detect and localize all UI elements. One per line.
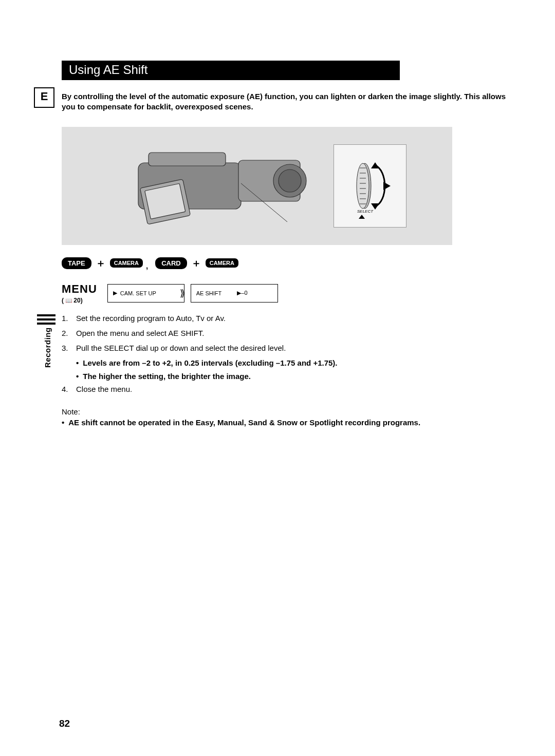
note-body: •AE shift cannot be operated in the Easy…: [62, 418, 514, 427]
menu-box-1: ▶ CAM. SET UP ⟫: [107, 284, 184, 303]
main-content: Using AE Shift By controlling the level …: [62, 61, 514, 427]
menu-row: MENU ( 20) ▶ CAM. SET UP ⟫ AE SHIFT ▶–0: [62, 282, 514, 304]
side-section-label: Recording: [43, 327, 52, 368]
language-badge: E: [34, 87, 54, 108]
page-number: 82: [59, 718, 70, 729]
svg-rect-7: [149, 153, 226, 166]
menu-ref: ( 20): [62, 297, 97, 304]
menu-box-2-value: –0: [241, 290, 247, 296]
camcorder-illustration: [107, 135, 323, 237]
menu-box-2: AE SHIFT ▶–0: [191, 284, 278, 303]
step-3: 3.Pull the SELECT dial up or down and se…: [62, 342, 514, 354]
svg-point-11: [357, 163, 369, 209]
step-3-bullets: •Levels are from –2 to +2, in 0.25 inter…: [76, 357, 514, 382]
left-column: E: [31, 87, 57, 108]
svg-marker-20: [371, 162, 379, 168]
manual-page: E Recording Using AE Shift By controllin…: [0, 0, 555, 756]
badge-card: CARD: [155, 257, 187, 269]
step-2: 2.Open the menu and select AE SHIFT.: [62, 327, 514, 339]
menu-ref-number: 20: [73, 297, 80, 304]
menu-box-1-text: CAM. SET UP: [120, 290, 156, 296]
select-dial-detail: SELECT: [334, 144, 406, 228]
step-3-bullet-2: The higher the setting, the brighter the…: [83, 370, 251, 382]
note-block: Note: •AE shift cannot be operated in th…: [62, 407, 514, 427]
svg-marker-22: [383, 182, 391, 190]
plus-icon: ＋: [191, 256, 201, 270]
svg-marker-23: [359, 215, 365, 219]
select-dial-label: SELECT: [357, 209, 374, 214]
step-4: 4.Close the menu.: [62, 383, 514, 395]
mode-row: TAPE ＋ CAMERA , CARD ＋ CAMERA: [62, 256, 514, 270]
badge-camera-1: CAMERA: [110, 258, 143, 268]
submenu-arrow-icon: ⟫: [180, 288, 185, 299]
menu-label: MENU: [62, 282, 97, 296]
intro-paragraph: By controlling the level of the automati…: [62, 91, 514, 112]
step-3-text: Pull the SELECT dial up or down and sele…: [76, 342, 286, 354]
svg-point-6: [279, 169, 301, 192]
badge-camera-2: CAMERA: [206, 258, 238, 268]
side-bars: [37, 314, 55, 325]
step-3-bullet-1: Levels are from –2 to +2, in 0.25 interv…: [83, 357, 337, 369]
note-bullet-text: AE shift cannot be operated in the Easy,…: [68, 418, 420, 427]
figure-illustration: SELECT: [62, 127, 452, 245]
badge-tape: TAPE: [62, 257, 91, 269]
book-icon: [65, 297, 73, 304]
step-2-text: Open the menu and select AE SHIFT.: [76, 327, 204, 339]
plus-icon: ＋: [96, 256, 106, 270]
triangle-icon: ▶: [113, 290, 117, 296]
step-4-text: Close the menu.: [76, 383, 132, 395]
mode-separator: ,: [146, 261, 148, 270]
menu-box-2-text: AE SHIFT: [196, 290, 222, 296]
menu-label-block: MENU ( 20): [62, 282, 97, 304]
note-label: Note:: [62, 407, 514, 416]
step-1: 1.Set the recording program to Auto, Tv …: [62, 312, 514, 324]
steps-list: 1.Set the recording program to Auto, Tv …: [62, 312, 514, 395]
menu-path: ▶ CAM. SET UP ⟫ AE SHIFT ▶–0: [107, 284, 278, 303]
section-title-text: Using AE Shift: [69, 63, 147, 77]
section-title: Using AE Shift: [62, 61, 400, 80]
step-1-text: Set the recording program to Auto, Tv or…: [76, 312, 226, 324]
side-marker: [37, 314, 55, 327]
